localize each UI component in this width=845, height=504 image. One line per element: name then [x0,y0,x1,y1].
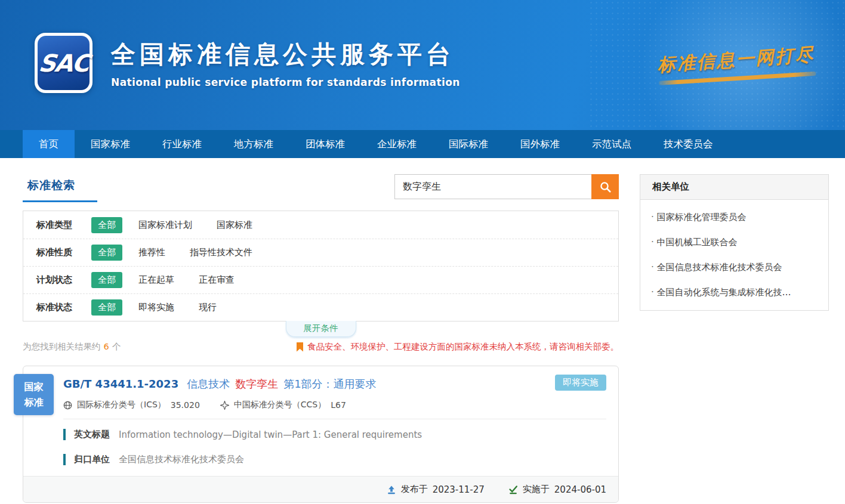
filter-option[interactable]: 指导性技术文件 [190,247,252,258]
search-row: 标准检索 [23,174,619,202]
ccs-group: 中国标准分类号（CCS） L67 [220,400,346,410]
filter-option[interactable]: 现行 [199,302,217,313]
related-unit-item[interactable]: 中国机械工业联合会 [640,228,828,253]
filter-row-standard-type: 标准类型 全部 国家标准计划 国家标准 [23,211,618,239]
nav-item-technical-committee[interactable]: 技术委员会 [647,130,729,158]
card-meta-row: 国际标准分类号（ICS） 35.020 中国标准分类号（CCS） L67 [63,400,618,410]
detail-bar [63,454,66,465]
english-title-value: Information technology—Digital twin—Part… [119,429,422,440]
detail-bar [63,429,66,440]
search-input[interactable] [394,174,591,199]
standard-title-part2[interactable]: 第1部分：通用要求 [283,378,376,390]
nav-item-foreign-standards[interactable]: 国外标准 [504,130,576,158]
status-badge: 即将实施 [555,375,606,391]
ics-label: 国际标准分类号（ICS） [77,400,166,410]
filter-option[interactable]: 国家标准计划 [138,219,192,231]
related-unit-item[interactable]: 全国自动化系统与集成标准化技… [640,278,828,303]
filter-badge-all[interactable]: 全部 [91,299,122,316]
tag-line1: 国家 [14,379,54,395]
system-notice: 食品安全、环境保护、工程建设方面的国家标准未纳入本系统，请咨询相关部委。 [297,341,619,353]
search-button[interactable] [591,174,619,199]
filter-option[interactable]: 国家标准 [217,219,252,231]
sac-logo-text: SAC [38,50,90,77]
result-count: 为您找到相关结果约6个 [23,341,121,353]
committee-label: 归口单位 [74,454,110,465]
tag-line2: 标准 [14,395,54,410]
header-titles: 全国标准信息公共服务平台 National public service pla… [111,38,460,88]
filter-label: 计划状态 [36,274,91,286]
result-info-row: 为您找到相关结果约6个 食品安全、环境保护、工程建设方面的国家标准未纳入本系统，… [23,341,619,353]
filter-badge-all[interactable]: 全部 [91,217,122,233]
filter-box: 标准类型 全部 国家标准计划 国家标准 标准性质 全部 推荐性 指导性技术文件 … [23,211,619,321]
filter-option[interactable]: 正在起草 [138,274,174,286]
slogan-text: 标准信息一网打尽 [656,42,815,78]
sac-logo-inner: SAC [38,36,90,90]
committee-value: 全国信息技术标准化技术委员会 [119,454,244,465]
sidebar: 相关单位 国家标准化管理委员会 中国机械工业联合会 全国信息技术标准化技术委员会… [640,174,829,503]
main-column: 标准检索 标准类型 全部 国家标准计划 国家标准 [23,158,619,503]
site-subtitle: National public service platform for sta… [111,76,460,88]
publish-label: 发布于 [401,484,428,495]
english-title-row: 英文标题 Information technology—Digital twin… [63,429,618,440]
sac-logo[interactable]: SAC [35,33,92,93]
filter-option[interactable]: 推荐性 [138,247,165,258]
tab-standard-search[interactable]: 标准检索 [23,174,97,202]
ics-group: 国际标准分类号（ICS） 35.020 [63,400,200,410]
search-box [394,174,619,199]
related-unit-item[interactable]: 全国信息技术标准化技术委员会 [640,253,828,278]
filter-row-standard-status: 标准状态 全部 即将实施 现行 [23,293,618,321]
implement-date-group: 实施于 2024-06-01 [508,484,606,495]
compass-icon [220,401,229,410]
card-divider [63,419,606,419]
related-units-panel: 相关单位 国家标准化管理委员会 中国机械工业联合会 全国信息技术标准化技术委员会… [640,174,829,311]
bookmark-icon [297,342,303,352]
globe-icon [63,401,72,410]
result-count-suffix: 个 [112,342,121,351]
notice-text: 食品安全、环境保护、工程建设方面的国家标准未纳入本系统，请咨询相关部委。 [307,341,619,353]
filter-row-plan-status: 计划状态 全部 正在起草 正在审查 [23,266,618,293]
result-count-number: 6 [104,342,109,351]
publish-icon [387,485,396,494]
standard-title-part1[interactable]: 信息技术 [187,378,230,390]
related-units-title: 相关单位 [640,175,828,200]
ics-value: 35.020 [171,400,200,410]
related-unit-item[interactable]: 国家标准化管理委员会 [640,203,828,228]
filter-label: 标准性质 [36,247,91,258]
nav-item-local-standards[interactable]: 地方标准 [218,130,289,158]
ccs-value: L67 [331,400,346,410]
result-count-prefix: 为您找到相关结果约 [23,342,101,351]
standard-title-highlight[interactable]: 数字孪生 [235,378,278,390]
filter-label: 标准状态 [36,302,91,313]
nav-item-group-standards[interactable]: 团体标准 [289,130,361,158]
nav-item-national-standards[interactable]: 国家标准 [75,130,146,158]
implement-date: 2024-06-01 [554,484,606,495]
national-standard-tag: 国家 标准 [14,374,54,415]
site-header: SAC 全国标准信息公共服务平台 National public service… [0,0,845,130]
filter-badge-all[interactable]: 全部 [91,245,122,261]
nav-item-international-standards[interactable]: 国际标准 [433,130,504,158]
nav-item-industry-standards[interactable]: 行业标准 [146,130,218,158]
nav-item-home[interactable]: 首页 [23,130,75,158]
filter-option[interactable]: 正在审查 [199,274,235,286]
filter-option[interactable]: 即将实施 [138,302,174,313]
filter-row-standard-nature: 标准性质 全部 推荐性 指导性技术文件 [23,239,618,266]
expand-row: 展开条件 [23,321,619,337]
publish-date-group: 发布于 2023-11-27 [387,484,485,495]
header-slogan-banner: 标准信息一网打尽 [656,42,816,86]
nav-item-enterprise-standards[interactable]: 企业标准 [361,130,433,158]
standard-title-link[interactable]: GB/T 43441.1-2023信息技术数字孪生第1部分：通用要求 [23,366,618,391]
nav-item-pilot-demo[interactable]: 示范试点 [576,130,647,158]
expand-conditions-button[interactable]: 展开条件 [286,321,356,337]
standard-code[interactable]: GB/T 43441.1-2023 [63,378,178,390]
filter-label: 标准类型 [36,219,91,231]
main-nav: 首页 国家标准 行业标准 地方标准 团体标准 企业标准 国际标准 国外标准 示范… [0,130,845,158]
card-footer: 发布于 2023-11-27 实施于 2024-06-01 [23,476,618,502]
implement-check-icon [508,485,518,494]
english-title-label: 英文标题 [74,429,110,440]
related-units-list: 国家标准化管理委员会 中国机械工业联合会 全国信息技术标准化技术委员会 全国自动… [640,200,828,310]
ccs-label: 中国标准分类号（CCS） [234,400,326,410]
filter-badge-all[interactable]: 全部 [91,272,122,288]
search-icon [599,181,612,193]
site-title: 全国标准信息公共服务平台 [111,38,460,71]
publish-date: 2023-11-27 [433,484,485,495]
